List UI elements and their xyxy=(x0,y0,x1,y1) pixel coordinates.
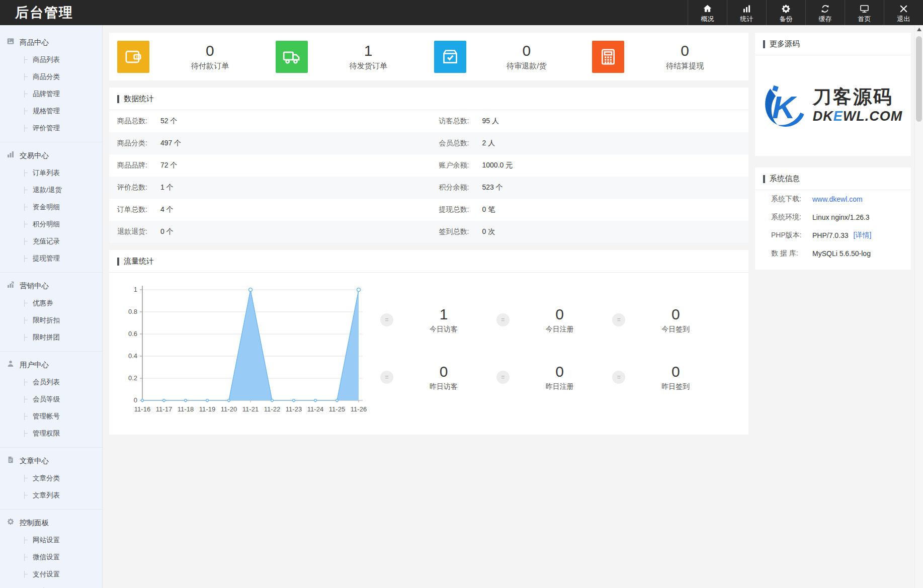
sidebar-item-funds-detail[interactable]: 资金明细 xyxy=(0,199,102,216)
stats-row: 商品品牌:72 个 账户余额:1000.0 元 xyxy=(109,154,748,177)
sidebar-item-payment-settings[interactable]: 支付设置 xyxy=(0,566,102,583)
tree-branch-icon xyxy=(24,221,28,228)
section-bar-icon xyxy=(763,40,765,48)
page-scrollbar[interactable] xyxy=(914,25,923,588)
topnav-statistics[interactable]: 统计 xyxy=(727,0,766,25)
sys-label: PHP版本: xyxy=(771,231,812,240)
summary-card-pending-refunds[interactable]: 0 待审退款/货 xyxy=(429,41,588,73)
sidebar-item-brand-manage[interactable]: 品牌管理 xyxy=(0,86,102,103)
stat-value: 4 个 xyxy=(160,205,174,214)
system-download-link[interactable]: www.dkewl.com xyxy=(812,195,863,203)
sidebar-item-refund-return[interactable]: 退款/退货 xyxy=(0,182,102,199)
sidebar-section-marketing-header[interactable]: 营销中心 xyxy=(0,276,102,295)
summary-card-unpaid-orders[interactable]: 0 待付款订单 xyxy=(112,41,271,73)
sidebar-item-nav-manage[interactable]: 导航管理 xyxy=(0,583,102,588)
mini-stat-label: 今日注册 xyxy=(537,325,583,334)
tree-branch-icon xyxy=(24,554,28,561)
section-title: 系统信息 xyxy=(770,174,800,184)
summary-card-pending-settlement[interactable]: 0 待结算提现 xyxy=(587,41,745,73)
tree-branch-icon xyxy=(24,73,28,80)
mini-stat-yesterday-visitors: = 0昨日访客 xyxy=(380,363,496,391)
sidebar-section-user-header[interactable]: 用户中心 xyxy=(0,355,102,374)
scroll-up-icon[interactable] xyxy=(915,28,923,31)
sidebar-item-site-settings[interactable]: 网站设置 xyxy=(0,532,102,549)
mini-stat-yesterday-checkins: = 0昨日签到 xyxy=(612,363,728,391)
sidebar-item-withdraw-manage[interactable]: 提现管理 xyxy=(0,250,102,267)
close-icon xyxy=(898,4,909,14)
summary-card-to-ship-orders[interactable]: 1 待发货订单 xyxy=(271,41,429,73)
sidebar-item-order-list[interactable]: 订单列表 xyxy=(0,164,102,182)
svg-text:K: K xyxy=(772,89,797,125)
sidebar-item-flash-discount[interactable]: 限时折扣 xyxy=(0,312,102,329)
sidebar-item-member-level[interactable]: 会员等级 xyxy=(0,391,102,408)
sidebar-item-recharge-record[interactable]: 充值记录 xyxy=(0,233,102,250)
sidebar-section-title: 控制面板 xyxy=(20,518,49,528)
stat-label: 评价总数: xyxy=(117,183,160,192)
data-stats-card: 数据统计 商品总数:52 个 访客总数:95 人 商品分类:497 个 会员总数… xyxy=(109,88,748,243)
sidebar-item-goods-category[interactable]: 商品分类 xyxy=(0,68,102,86)
sidebar-item-points-detail[interactable]: 积分明细 xyxy=(0,216,102,233)
sidebar-item-coupon[interactable]: 优惠券 xyxy=(0,295,102,312)
mini-stat-label: 昨日注册 xyxy=(537,382,583,391)
traffic-chart: 00.20.40.60.8111-1611-1711-1811-1911-201… xyxy=(116,280,370,427)
stat-label: 商品品牌: xyxy=(117,161,160,170)
summary-strip: 0 待付款订单 1 待发货订单 0 待审退款/货 xyxy=(109,33,748,80)
svg-text:0: 0 xyxy=(134,396,137,404)
sidebar-item-article-list[interactable]: 文章列表 xyxy=(0,487,102,504)
tree-branch-icon xyxy=(24,91,28,98)
user-icon xyxy=(7,360,20,370)
sidebar-section-panel-header[interactable]: 控制面板 xyxy=(0,513,102,532)
php-detail-link[interactable]: [详情] xyxy=(854,231,872,240)
svg-text:11-18: 11-18 xyxy=(178,405,194,413)
topnav-label: 概况 xyxy=(701,16,714,22)
sidebar-item-spec-manage[interactable]: 规格管理 xyxy=(0,103,102,120)
sidebar-item-goods-list[interactable]: 商品列表 xyxy=(0,51,102,68)
sidebar-section-article-header[interactable]: 文章中心 xyxy=(0,451,102,470)
sidebar-section-goods-header[interactable]: 商品中心 xyxy=(0,32,102,51)
section-title: 流量统计 xyxy=(124,257,154,266)
stat-value: 0 次 xyxy=(482,227,495,236)
topnav-cache[interactable]: 缓存 xyxy=(805,0,845,25)
mini-stat-value: 0 xyxy=(652,363,699,380)
sidebar-item-group-buy[interactable]: 限时拼团 xyxy=(0,329,102,346)
mini-stat-label: 昨日签到 xyxy=(652,382,699,391)
topnav-overview[interactable]: 概况 xyxy=(688,0,727,25)
home-icon xyxy=(702,4,713,14)
stats-row: 商品总数:52 个 访客总数:95 人 xyxy=(109,110,748,132)
topnav-backup[interactable]: 备份 xyxy=(766,0,805,25)
sidebar-item-member-list[interactable]: 会员列表 xyxy=(0,374,102,391)
sidebar-item-admin-account[interactable]: 管理帐号 xyxy=(0,408,102,425)
svg-text:11-19: 11-19 xyxy=(199,405,215,413)
sidebar-section-trade-header[interactable]: 交易中心 xyxy=(0,145,102,164)
svg-text:0.6: 0.6 xyxy=(128,330,137,338)
sidebar-section-user: 用户中心 会员列表 会员等级 管理帐号 管理权限 xyxy=(0,352,102,448)
stat-value: 1000.0 元 xyxy=(482,161,513,170)
mini-stat-value: 0 xyxy=(652,306,699,322)
traffic-header: 流量统计 xyxy=(109,250,748,273)
sidebar-item-article-category[interactable]: 文章分类 xyxy=(0,470,102,487)
system-info-row: 数 据 库: MySQLi 5.6.50-log xyxy=(755,244,911,263)
topnav-label: 备份 xyxy=(780,16,793,22)
stat-label: 订单总数: xyxy=(117,205,160,214)
topnav-logout[interactable]: 退出 xyxy=(884,0,923,25)
svg-text:0.2: 0.2 xyxy=(128,374,137,382)
stat-label: 会员总数: xyxy=(439,139,482,148)
summary-value: 0 xyxy=(624,42,745,60)
stats-icon xyxy=(741,4,752,14)
sidebar-section-title: 用户中心 xyxy=(20,360,49,370)
brand-logo[interactable]: K 刀客源码 DKEWL.COM xyxy=(755,55,911,156)
svg-text:1: 1 xyxy=(134,286,137,293)
sidebar-item-review-manage[interactable]: 评价管理 xyxy=(0,120,102,137)
mini-stat-value: 0 xyxy=(537,306,583,322)
mini-stat-value: 0 xyxy=(537,363,583,380)
summary-label: 待发货订单 xyxy=(308,61,429,71)
stat-value: 0 个 xyxy=(160,227,174,236)
sidebar-item-admin-permission[interactable]: 管理权限 xyxy=(0,425,102,442)
tree-branch-icon xyxy=(24,334,28,341)
sidebar-section-title: 交易中心 xyxy=(20,151,49,160)
topnav-frontend-home[interactable]: 首页 xyxy=(845,0,884,25)
svg-text:11-20: 11-20 xyxy=(221,405,237,413)
scrollbar-thumb[interactable] xyxy=(916,36,922,122)
sidebar-item-wechat-settings[interactable]: 微信设置 xyxy=(0,549,102,566)
topnav-label: 缓存 xyxy=(819,16,832,22)
